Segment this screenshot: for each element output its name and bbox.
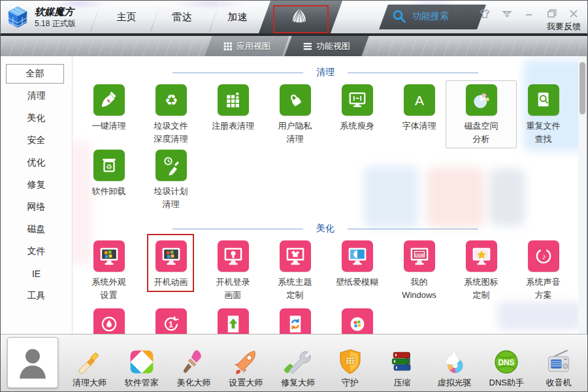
monitor-wallpaper-icon — [344, 243, 370, 269]
feature-tile[interactable]: 垃圾计划 清理 — [140, 150, 202, 211]
dock-item-0[interactable]: 清理大师 — [63, 336, 116, 391]
sidebar-item-0[interactable]: 全部 — [6, 64, 64, 84]
sound-scheme-icon: ♪ — [532, 244, 555, 268]
feature-tile[interactable]: 磁盘空间 分析 — [446, 80, 517, 148]
section-divider-line — [172, 73, 303, 73]
broom-icon — [93, 84, 125, 116]
dock-item-9[interactable]: 收音机 — [532, 336, 585, 391]
dock-item-label: 修复大师 — [281, 377, 315, 389]
dns-helper-icon: DNS — [492, 348, 521, 376]
clean-master-icon — [75, 348, 104, 376]
feature-tile[interactable]: 开机登录 画面 — [202, 240, 264, 302]
window-controls — [478, 7, 581, 20]
upgrade-icon — [221, 312, 245, 334]
feature-tile[interactable]: 注册表清理 — [202, 84, 264, 148]
monitor-wallpaper-icon — [342, 240, 373, 272]
dock-item-1[interactable]: 软件管家 — [116, 336, 168, 391]
dock-item-4[interactable]: 修复大师 — [272, 336, 324, 391]
nav-item-0[interactable]: 主页 — [99, 1, 154, 33]
tab-app-view[interactable]: 应用视图 — [204, 36, 289, 56]
monitor-appearance-icon — [93, 240, 125, 272]
feature-tile[interactable] — [326, 308, 388, 334]
feature-tile[interactable]: 壁纸爱模糊 — [326, 240, 388, 302]
feature-tile[interactable]: 系统主题 定制 — [264, 240, 326, 302]
scrollbar-thumb[interactable] — [580, 62, 585, 114]
feature-tile[interactable]: 1 — [140, 308, 202, 334]
pie-chart-icon — [468, 87, 495, 113]
virtual-drive-icon — [440, 348, 468, 376]
feature-tile[interactable]: OEM我的 Windows — [388, 240, 450, 302]
monitor-appearance-icon — [96, 243, 122, 269]
dock-item-label: DNS助手 — [489, 377, 524, 389]
function-search[interactable]: 功能搜索 — [391, 8, 449, 24]
recycle-icon: ♻ — [155, 84, 187, 116]
menu-chevron-icon[interactable] — [500, 7, 514, 20]
feedback-link[interactable]: 我要反馈 — [547, 21, 581, 33]
feature-tile[interactable]: 开机动画 — [140, 240, 202, 302]
svg-text:♻: ♻ — [164, 92, 177, 108]
sidebar-item-2[interactable]: 美化 — [1, 107, 72, 129]
close-icon[interactable] — [566, 7, 581, 20]
gem-icon — [289, 7, 309, 26]
dock-item-2[interactable]: 美化大师 — [168, 336, 220, 391]
svg-text:A: A — [414, 93, 423, 108]
dock-item-6[interactable]: 压缩 — [376, 336, 429, 391]
sidebar-item-1[interactable]: 清理 — [1, 85, 72, 107]
grid-view-icon — [223, 42, 233, 51]
feature-tile[interactable] — [202, 308, 264, 334]
user-avatar[interactable] — [7, 337, 58, 388]
feature-tile[interactable]: 重复文件 查找 — [512, 84, 574, 148]
feature-tile-label: 系统瘦身 — [340, 120, 374, 133]
svg-text:DNS: DNS — [498, 358, 515, 367]
feature-tile[interactable]: 系统外观 设置 — [78, 240, 140, 302]
feature-tile[interactable]: 用户隐私 清理 — [264, 84, 326, 148]
dock-item-label: 收音机 — [546, 377, 572, 389]
maximize-icon[interactable] — [544, 7, 559, 20]
dock-item-5[interactable]: 守护 — [324, 336, 376, 391]
title-bar: 软媒魔方 5.18 正式版 主页雷达加速 功能搜索 我要反馈 — [1, 1, 588, 33]
archive-books-icon — [388, 348, 417, 376]
feature-tile[interactable]: ♻软件卸载 — [78, 150, 140, 211]
pie-chart-icon — [466, 84, 497, 116]
feature-tile[interactable]: 系统图标 定制 — [450, 240, 512, 302]
sync-icon — [284, 312, 307, 334]
feature-grid-area: 清理一键清理♻垃圾文件 深度清理注册表清理用户隐私 清理系统瘦身A字体清理磁盘空… — [73, 56, 578, 334]
dock-item-label: 守护 — [342, 377, 359, 389]
feature-tile[interactable]: A字体清理 — [388, 84, 450, 148]
dock-item-8[interactable]: DNSDNS助手 — [480, 336, 532, 391]
dock-item-7[interactable]: 虚拟光驱 — [429, 336, 481, 391]
feature-tile-label: 磁盘空间 分析 — [465, 120, 498, 146]
feature-tile[interactable]: 一键清理 — [78, 84, 140, 148]
sidebar-item-3[interactable]: 安全 — [1, 129, 72, 152]
dock-item-3[interactable]: 设置大师 — [220, 336, 272, 391]
sidebar-item-10[interactable]: 工具 — [1, 285, 72, 307]
minimize-icon[interactable] — [522, 7, 536, 20]
scrollbar-track[interactable] — [578, 56, 587, 334]
sidebar-item-7[interactable]: 磁盘 — [1, 218, 72, 240]
monitor-star-icon — [468, 243, 495, 269]
sidebar-item-4[interactable]: 优化 — [1, 152, 72, 174]
section-title: 清理 — [316, 67, 335, 78]
nav-item-2[interactable]: 加速 — [210, 1, 265, 33]
recycle-icon: ♻ — [159, 88, 183, 112]
feature-tile-label: 开机动画 — [154, 276, 188, 289]
monitor-theme-icon — [282, 243, 308, 269]
feature-tile[interactable] — [264, 308, 326, 334]
nav-item-1[interactable]: 雷达 — [154, 1, 210, 33]
tab-label: 功能视图 — [316, 41, 350, 52]
sidebar-item-6[interactable]: 网络 — [1, 196, 72, 218]
sidebar-item-5[interactable]: 修复 — [1, 174, 72, 196]
feature-tile-label: 系统图标 定制 — [465, 276, 498, 302]
feature-tile[interactable]: ♪系统声音 方案 — [512, 240, 574, 302]
feature-tile[interactable] — [78, 308, 140, 334]
category-sidebar: 全部清理美化安全优化修复网络磁盘文件IE工具 — [1, 56, 73, 334]
feature-grid: 系统外观 设置开机动画开机登录 画面系统主题 定制壁纸爱模糊OEM我的 Wind… — [73, 235, 578, 303]
tab-function-view[interactable]: 功能视图 — [284, 36, 368, 56]
feature-tile[interactable]: 系统瘦身 — [326, 84, 388, 148]
skin-shirt-icon[interactable] — [478, 7, 492, 20]
windows-circle-icon — [346, 312, 369, 334]
monitor-slim-icon — [346, 88, 369, 112]
feature-tile[interactable]: ♻垃圾文件 深度清理 — [140, 84, 202, 148]
sidebar-item-9[interactable]: IE — [1, 263, 72, 285]
sidebar-item-8[interactable]: 文件 — [1, 240, 72, 263]
